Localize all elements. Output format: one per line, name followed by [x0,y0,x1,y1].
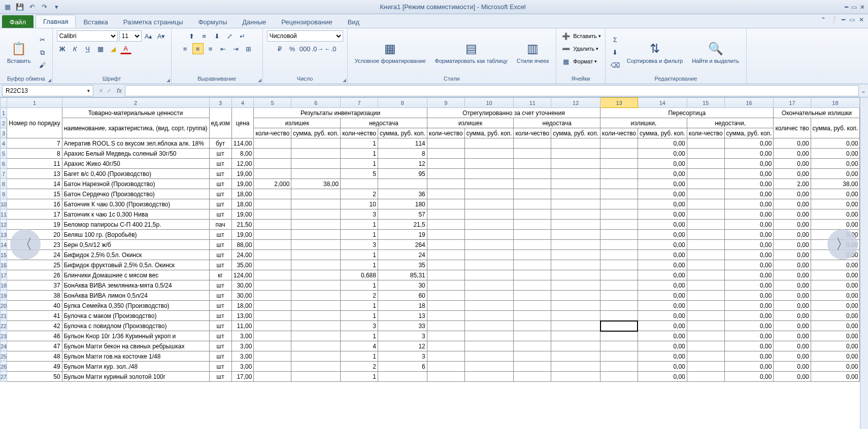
cell-no[interactable]: 14 [7,179,62,189]
cell[interactable]: 0,00 [724,169,774,179]
cell[interactable]: 0,00 [638,240,687,250]
cell[interactable] [464,250,514,260]
close2-icon[interactable]: ✕ [859,16,864,23]
cell[interactable]: 0,00 [774,280,811,291]
cell[interactable] [514,280,551,291]
cell[interactable] [254,220,291,230]
cell[interactable]: 0,00 [638,301,687,311]
cell-price[interactable]: 11,00 [231,321,254,331]
cell[interactable]: 0,00 [774,250,811,260]
cell[interactable]: 114 [378,138,427,149]
cell[interactable] [464,199,514,209]
cell[interactable] [551,291,600,301]
cell[interactable]: 33 [378,321,427,331]
cell[interactable] [551,311,600,321]
cell[interactable]: 0,00 [724,311,774,321]
cell[interactable]: 18 [378,301,427,311]
cell[interactable]: 3 [341,321,378,331]
cell[interactable] [514,372,551,382]
cell-price[interactable]: 19,00 [231,169,254,179]
cell[interactable] [551,331,600,341]
cell[interactable] [551,362,600,372]
cell[interactable]: 0,00 [724,240,774,250]
cell-price[interactable]: 30,00 [231,280,254,291]
cell[interactable]: 0,00 [638,250,687,260]
cell[interactable]: 0,00 [811,270,860,280]
cell[interactable] [341,179,378,189]
cell[interactable] [291,291,341,301]
cell[interactable] [254,138,291,149]
cell-name[interactable]: Батончик к чаю 1с 0,300 Нива [62,209,209,220]
cell[interactable]: 85,31 [378,270,427,280]
row-header[interactable]: 6 [1,159,7,169]
cell-unit[interactable]: шт [209,159,231,169]
cell[interactable] [600,301,638,311]
cell[interactable] [464,260,514,270]
cell-name[interactable]: Булочка с маком (Производство) [62,311,209,321]
cell[interactable] [291,311,341,321]
align-bottom-icon[interactable]: ⬇ [211,30,222,42]
cell[interactable] [687,179,724,189]
col-header[interactable]: 9 [427,98,464,108]
cell[interactable] [464,351,514,362]
cell[interactable]: 0,00 [638,311,687,321]
cell[interactable] [600,311,638,321]
cell[interactable] [687,189,724,199]
cell[interactable] [464,280,514,291]
cell[interactable]: 2 [341,291,378,301]
cell[interactable] [600,199,638,209]
cell[interactable]: 0,688 [341,270,378,280]
cell[interactable]: 0,00 [724,280,774,291]
cell[interactable] [464,291,514,301]
cell[interactable] [687,291,724,301]
cell[interactable] [551,138,600,149]
cell[interactable] [378,179,427,189]
cell[interactable]: 0,00 [724,321,774,331]
indent-dec-icon[interactable]: ⇤ [218,43,229,54]
cell[interactable]: 1 [341,220,378,230]
tab-Рецензирование[interactable]: Рецензирование [274,15,340,28]
cell[interactable]: 0,00 [774,159,811,169]
cell[interactable] [291,240,341,250]
cell[interactable]: 0,00 [638,331,687,341]
row-header[interactable]: 4 [1,138,7,149]
wrap-text-icon[interactable]: ↵ [237,30,248,42]
cell[interactable] [514,301,551,311]
cell[interactable] [514,189,551,199]
col-header[interactable]: 10 [464,98,514,108]
cell[interactable] [687,280,724,291]
col-header[interactable]: 14 [638,98,687,108]
col-header[interactable]: 18 [811,98,860,108]
align-right-icon[interactable]: ≡ [205,43,216,54]
cell[interactable]: 0,00 [811,159,860,169]
tab-Данные[interactable]: Данные [235,15,274,28]
dialog-launcher-icon[interactable]: ◢ [48,78,51,83]
cell[interactable] [254,199,291,209]
indent-inc-icon[interactable]: ⇥ [230,43,242,54]
tab-Вид[interactable]: Вид [340,15,368,28]
cell[interactable]: 3 [341,240,378,250]
cell[interactable]: 0,00 [638,291,687,301]
cell[interactable] [514,260,551,270]
cell-price[interactable]: 18,00 [231,301,254,311]
cell[interactable] [514,291,551,301]
cell[interactable] [254,169,291,179]
ribbon-min-icon[interactable]: ⌃ [821,16,826,23]
cell[interactable] [551,209,600,220]
cell[interactable] [551,179,600,189]
font-name-select[interactable]: Calibri [57,30,118,42]
cell[interactable]: 0,00 [811,321,860,331]
cell-name[interactable]: Бифидок фруктовый 2,5% 0,5л. Окинск [62,260,209,270]
cell-unit[interactable]: шт [209,149,231,159]
cell[interactable]: 0,00 [638,260,687,270]
cell[interactable]: 0,00 [811,189,860,199]
cell[interactable] [687,260,724,270]
cell[interactable]: 2,00 [774,179,811,189]
row-header[interactable]: 26 [1,362,7,372]
cell[interactable] [551,149,600,159]
cell[interactable] [464,311,514,321]
qat-dropdown-icon[interactable]: ▾ [52,3,61,12]
cell-price[interactable]: 17,00 [231,372,254,382]
cell[interactable] [600,260,638,270]
cell[interactable]: 0,00 [724,372,774,382]
